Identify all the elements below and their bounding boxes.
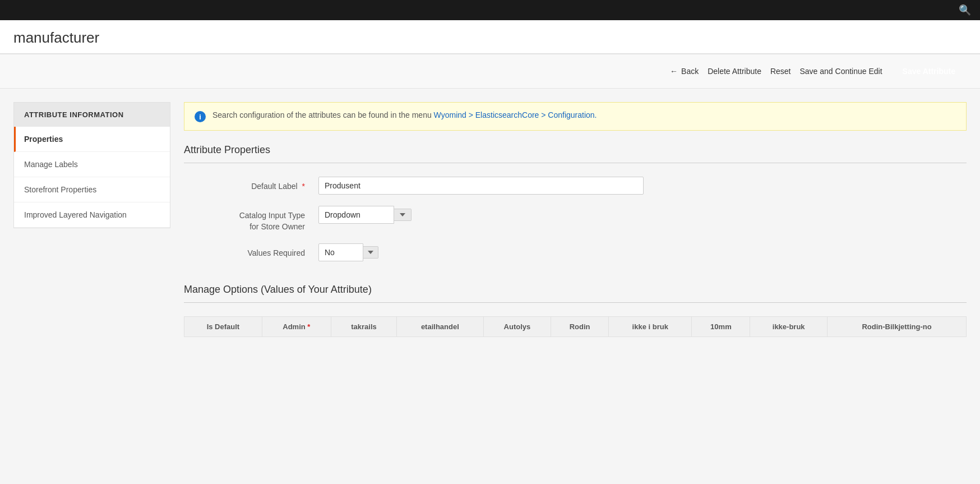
values-required-label: Values Required xyxy=(195,243,318,259)
save-attribute-button[interactable]: Save Attribute xyxy=(891,61,967,81)
default-label-label: Default Label * xyxy=(195,177,318,192)
catalog-input-type-select-wrap: Dropdown Text Field Text Area Date Yes/N… xyxy=(318,206,431,224)
attribute-properties-title: Attribute Properties xyxy=(184,144,967,156)
chevron-down-icon xyxy=(400,213,405,216)
values-required-dropdown-arrow[interactable] xyxy=(363,246,378,259)
col-header-ikke-bruk: ikke-bruk xyxy=(750,317,828,337)
attribute-properties-section: Attribute Properties Default Label * Cat… xyxy=(184,144,967,261)
sidebar-item-label: Storefront Properties xyxy=(24,185,96,194)
sidebar-item-label: Improved Layered Navigation xyxy=(24,210,127,219)
col-header-10mm: 10mm xyxy=(692,317,750,337)
col-header-autolys: Autolys xyxy=(483,317,551,337)
default-label-control xyxy=(318,177,955,195)
sidebar-item-improved-layered-navigation[interactable]: Improved Layered Navigation xyxy=(14,202,170,228)
sidebar: ATTRIBUTE INFORMATION Properties Manage … xyxy=(13,102,170,228)
chevron-down-icon xyxy=(368,251,373,254)
page-header: manufacturer xyxy=(0,20,980,54)
sidebar-item-manage-labels[interactable]: Manage Labels xyxy=(14,152,170,177)
info-banner: i Search configuration of the attributes… xyxy=(184,102,967,131)
reset-button[interactable]: Reset xyxy=(770,67,791,76)
col-header-rodin: Rodin xyxy=(551,317,609,337)
form-row-values-required: Values Required No Yes xyxy=(184,243,967,261)
required-asterisk: * xyxy=(302,182,305,191)
col-header-admin: Admin * xyxy=(262,317,331,337)
options-table-header-row: Is Default Admin * takrails etailhandel … xyxy=(184,317,967,337)
page-title: manufacturer xyxy=(13,29,967,53)
col-header-takrails: takrails xyxy=(331,317,396,337)
sidebar-section-title: ATTRIBUTE INFORMATION xyxy=(14,103,170,127)
values-required-select-wrap: No Yes xyxy=(318,243,431,261)
info-banner-text: Search configuration of the attributes c… xyxy=(212,110,597,119)
catalog-input-type-select[interactable]: Dropdown Text Field Text Area Date Yes/N… xyxy=(318,206,394,224)
sidebar-item-properties[interactable]: Properties xyxy=(14,127,170,152)
manage-options-divider xyxy=(184,302,967,303)
catalog-input-type-dropdown-arrow[interactable] xyxy=(394,209,412,221)
main-content: ATTRIBUTE INFORMATION Properties Manage … xyxy=(0,89,980,351)
form-row-catalog-input-type: Catalog Input Typefor Store Owner Dropdo… xyxy=(184,206,967,232)
sidebar-item-label: Manage Labels xyxy=(24,160,78,169)
save-continue-button[interactable]: Save and Continue Edit xyxy=(800,67,882,76)
manage-options-title: Manage Options (Values of Your Attribute… xyxy=(184,284,967,296)
col-header-is-default: Is Default xyxy=(184,317,262,337)
values-required-control: No Yes xyxy=(318,243,955,261)
required-asterisk: * xyxy=(307,322,310,331)
manage-options-table: Is Default Admin * takrails etailhandel … xyxy=(184,316,967,337)
search-icon[interactable]: 🔍 xyxy=(959,4,971,16)
content-area: i Search configuration of the attributes… xyxy=(184,102,967,337)
top-bar: 🔍 xyxy=(0,0,980,20)
form-row-default-label: Default Label * xyxy=(184,177,967,195)
col-header-rodin-bilkjetting: Rodin-Bilkjetting-no xyxy=(827,317,966,337)
back-button[interactable]: ← Back xyxy=(670,67,699,76)
section-divider xyxy=(184,163,967,163)
catalog-input-type-control: Dropdown Text Field Text Area Date Yes/N… xyxy=(318,206,955,224)
values-required-select[interactable]: No Yes xyxy=(318,243,363,261)
info-banner-link[interactable]: Wyomind > ElasticsearchCore > Configurat… xyxy=(434,110,597,119)
col-header-etailhandel: etailhandel xyxy=(397,317,483,337)
action-bar: ← Back Delete Attribute Reset Save and C… xyxy=(0,54,980,89)
col-header-ikke-i-bruk: ikke i bruk xyxy=(609,317,692,337)
sidebar-item-label: Properties xyxy=(24,135,63,144)
catalog-input-type-label: Catalog Input Typefor Store Owner xyxy=(195,206,318,232)
default-label-input[interactable] xyxy=(318,177,644,195)
info-icon: i xyxy=(195,111,206,122)
manage-options-section: Manage Options (Values of Your Attribute… xyxy=(184,284,967,337)
sidebar-item-storefront-properties[interactable]: Storefront Properties xyxy=(14,177,170,202)
back-arrow-icon: ← xyxy=(670,67,678,76)
delete-attribute-button[interactable]: Delete Attribute xyxy=(708,67,761,76)
